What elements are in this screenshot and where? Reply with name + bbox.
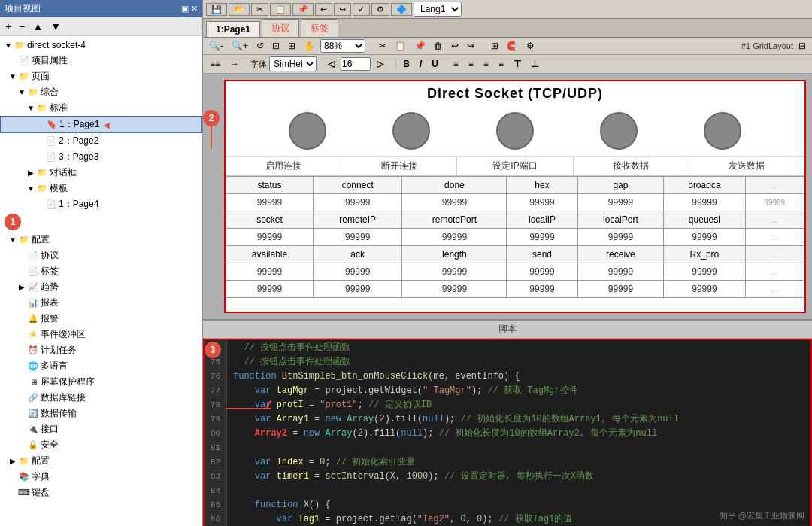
move-btn[interactable]: ✋: [301, 39, 318, 53]
align-buttons[interactable]: ≡≡: [206, 57, 224, 71]
btn-circle-4[interactable]: [600, 112, 638, 150]
properties-btn[interactable]: ⚙: [523, 39, 538, 53]
sidebar-item-page3[interactable]: 📄 3：Page3: [0, 149, 202, 165]
btn-circle-2[interactable]: [392, 112, 430, 150]
btn-circle-1[interactable]: [289, 112, 326, 150]
sidebar-item-datalinks[interactable]: 🔗 数据库链接: [0, 390, 202, 406]
toolbar-btn-9[interactable]: ⚙: [371, 3, 389, 16]
align-justify-btn[interactable]: ≡: [495, 57, 508, 71]
btn-circle-5[interactable]: [704, 112, 741, 150]
trends-label: 趋势: [41, 281, 59, 293]
sidebar-item-interface[interactable]: 🔌 接口: [0, 421, 202, 437]
sidebar-item-events[interactable]: ⚡ 事件缓冲区: [0, 327, 202, 342]
font-select[interactable]: SimHei: [269, 56, 317, 71]
up-button[interactable]: ▲: [30, 20, 45, 33]
align-left-btn[interactable]: ≡: [450, 57, 462, 71]
bold-btn[interactable]: B: [399, 57, 414, 71]
script-header: 脚本: [203, 319, 812, 339]
sidebar-item-trends[interactable]: ▶ 📈 趋势: [0, 279, 202, 295]
page4-icon: 📄: [45, 199, 57, 211]
undo-btn[interactable]: ↩: [448, 39, 462, 53]
toolbar-btn-5[interactable]: 📌: [292, 3, 314, 16]
zoom-out-btn[interactable]: 🔍-: [206, 39, 226, 53]
standard-label: 标准: [50, 102, 68, 114]
copy-btn[interactable]: 📋: [392, 39, 409, 53]
tree-root[interactable]: ▼ 📁 direct socket-4: [0, 38, 202, 53]
down-button[interactable]: ▼: [48, 20, 63, 33]
sidebar-item-tasks[interactable]: ⏰ 计划任务: [0, 342, 202, 358]
valign-mid-btn[interactable]: ⊥: [527, 57, 542, 71]
delete-btn[interactable]: 🗑: [431, 39, 446, 53]
layout-btn[interactable]: ⊟: [795, 39, 809, 53]
font-size-input[interactable]: [341, 57, 371, 71]
sidebar-item-security[interactable]: 🔒 安全: [0, 437, 202, 453]
btn-circle-3[interactable]: [496, 112, 534, 150]
reports-icon: 📊: [27, 297, 39, 309]
zoom-reset-btn[interactable]: ↺: [253, 39, 267, 53]
sidebar-item-standard[interactable]: ▼ 📁 标准: [0, 100, 202, 116]
align-right-btn[interactable]: ≡: [480, 57, 492, 71]
cell-localip: localIP: [507, 211, 577, 229]
toolbar-btn-7[interactable]: ↪: [334, 3, 351, 16]
sidebar-item-zonghe[interactable]: ▼ 📁 综合: [0, 84, 202, 100]
btn-label-4: 接收数据: [574, 157, 689, 175]
sidebar-item-config[interactable]: ▼ 📁 配置: [0, 232, 202, 248]
remove-button[interactable]: −: [17, 20, 27, 33]
align-center-btn[interactable]: ≡: [465, 57, 477, 71]
tab-page1[interactable]: 1:Page1: [206, 21, 260, 37]
sidebar-item-alarms[interactable]: 🔔 报警: [0, 311, 202, 327]
add-button[interactable]: +: [3, 20, 14, 33]
keyboard-label: 键盘: [32, 486, 50, 499]
underline-btn[interactable]: U: [428, 57, 442, 71]
sidebar-item-pages[interactable]: ▼ 📁 页面: [0, 68, 202, 84]
sidebar-item-dialogs[interactable]: ▶ 📁 对话框: [0, 165, 202, 181]
toolbar-btn-6[interactable]: ↩: [315, 3, 332, 16]
tab-protocol[interactable]: 协议: [262, 19, 299, 37]
sidebar-item-keyboard[interactable]: ⌨ 键盘: [0, 485, 202, 500]
sidebar-item-screensaver[interactable]: 🖥 屏幕保护程序: [0, 374, 202, 390]
sidebar-item-project-props[interactable]: 📄 项目属性: [0, 53, 202, 68]
val-receive: 99999: [577, 263, 664, 281]
sidebar-item-dictionary[interactable]: 📚 字典: [0, 469, 202, 485]
font-decrease-btn[interactable]: ◁: [324, 57, 338, 71]
line-code-75: // 按钮点击事件处理函数: [227, 354, 810, 369]
zoom-in-btn[interactable]: 🔍+: [229, 39, 251, 53]
toolbar-btn-4[interactable]: 📋: [270, 3, 291, 16]
toolbar-btn-1[interactable]: 💾: [206, 3, 227, 16]
tab-tags[interactable]: 标签: [301, 19, 338, 37]
script-line-84: 84: [205, 483, 810, 497]
toolbar-btn-10[interactable]: 🔷: [391, 3, 412, 16]
sidebar-item-page4[interactable]: 📄 1：Page4: [0, 196, 202, 212]
toolbar-btn-8[interactable]: ✓: [353, 3, 370, 16]
cell-ack: ack: [313, 246, 401, 263]
font-increase-btn[interactable]: ▷: [373, 57, 387, 71]
sidebar-item-page1[interactable]: 🔖 1：Page1 ◄: [0, 116, 202, 133]
val-localport: 99999: [577, 229, 664, 246]
snap-btn[interactable]: 🧲: [504, 39, 521, 53]
nav-btn[interactable]: ⊞: [285, 39, 298, 53]
italic-btn[interactable]: I: [416, 57, 426, 71]
zoom-select[interactable]: 88%: [320, 39, 365, 53]
sidebar-item-tags[interactable]: 📄 标签: [0, 263, 202, 279]
valign-top-btn[interactable]: ⊤: [510, 57, 525, 71]
zoom-fit-btn[interactable]: ⊡: [269, 39, 283, 53]
cut-btn[interactable]: ✂: [376, 39, 389, 53]
indent-btn[interactable]: →: [226, 57, 243, 71]
sidebar-item-protocol[interactable]: 📄 协议: [0, 248, 202, 263]
sidebar-item-reports[interactable]: 📊 报表: [0, 295, 202, 311]
lang-select[interactable]: Lang1: [414, 2, 462, 17]
sidebar-item-page2[interactable]: 📄 2：Page2: [0, 133, 202, 149]
sidebar-item-datatransfer[interactable]: 🔄 数据传输: [0, 406, 202, 421]
tasks-icon: ⏰: [27, 345, 39, 357]
redo-btn[interactable]: ↪: [464, 39, 477, 53]
paste-btn[interactable]: 📌: [411, 39, 429, 53]
sidebar-item-config2[interactable]: ▶ 📁 配置: [0, 453, 202, 469]
line-num-83: 83: [205, 469, 227, 483]
toolbar-btn-2[interactable]: 📂: [229, 3, 250, 16]
toolbar-btn-3[interactable]: ✂: [251, 3, 268, 16]
page2-label: 2：Page2: [59, 135, 98, 147]
sidebar-item-templates[interactable]: ▼ 📁 模板: [0, 181, 202, 196]
sidebar-item-multilang[interactable]: 🌐 多语言: [0, 358, 202, 374]
grid-btn[interactable]: ⊞: [488, 39, 501, 53]
val-socket: 99999: [226, 229, 314, 246]
